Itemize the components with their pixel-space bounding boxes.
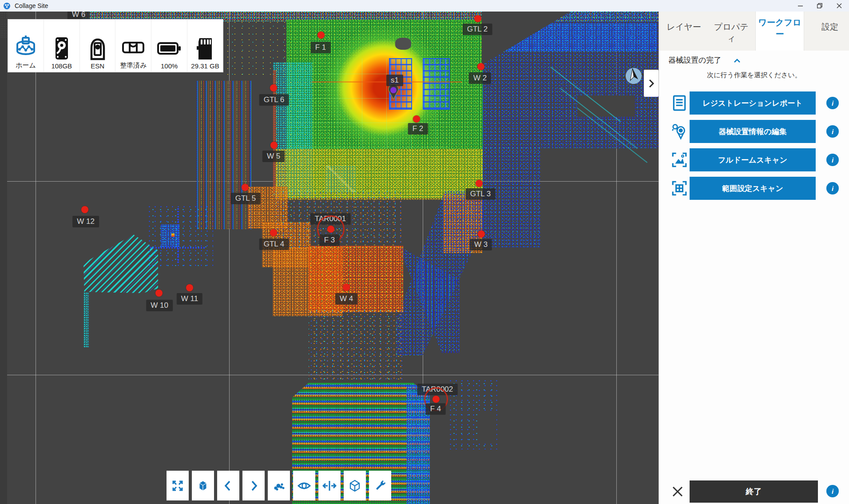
scanner-label[interactable]: s1 — [386, 75, 403, 86]
marker-dot[interactable] — [317, 32, 325, 39]
tab-workflow[interactable]: ワークフロー — [755, 12, 804, 51]
marker-dot[interactable] — [270, 142, 278, 149]
marker-label[interactable]: W 2 — [469, 72, 491, 84]
exit-button[interactable]: 終了 — [690, 480, 818, 503]
next-button[interactable] — [242, 471, 265, 500]
marker-dot[interactable] — [432, 396, 440, 403]
marker-label[interactable]: GTL 5 — [231, 193, 261, 204]
minimize-icon — [798, 4, 803, 8]
full-dome-scan-button[interactable]: フルドームスキャン — [690, 148, 816, 171]
marker-label[interactable]: F 1 — [311, 42, 331, 53]
restore-button[interactable] — [810, 0, 829, 12]
marker-label[interactable]: W 11 — [177, 293, 202, 305]
visibility-button[interactable] — [293, 471, 315, 500]
workflow-section-title: 器械設置の完了 — [668, 55, 721, 65]
tools-button[interactable] — [369, 471, 391, 500]
marker-label[interactable]: GTL 4 — [259, 238, 289, 250]
title-bar: Collage Site — [0, 0, 849, 12]
info-icon[interactable]: i — [826, 125, 839, 138]
marker-label[interactable]: W 4 — [335, 293, 357, 305]
marker-label[interactable]: W 5 — [262, 151, 285, 162]
area-scan-icon — [671, 180, 688, 198]
chevron-right-icon — [648, 78, 655, 89]
info-icon[interactable]: i — [826, 97, 839, 109]
chevron-left-icon — [222, 479, 235, 492]
report-icon — [671, 95, 688, 113]
close-icon — [671, 485, 684, 498]
panel-expand-button[interactable] — [644, 70, 659, 97]
marker-label[interactable]: GTL 3 — [466, 188, 496, 200]
point-cloud-button[interactable] — [268, 471, 290, 500]
side-panel: レイヤー プロパティ ワークフロー 設定 器械設置の完了 次に行う作業を選択くだ… — [659, 12, 849, 504]
marker-dot[interactable] — [327, 226, 334, 233]
action-row: 範囲設定スキャン i — [659, 177, 849, 200]
workflow-instruction: 次に行う作業を選択ください。 — [659, 71, 849, 79]
level-status: 整準済み — [115, 20, 151, 72]
marker-label[interactable]: F 3 — [320, 234, 340, 246]
marker-label[interactable]: W 10 — [146, 300, 173, 311]
marker-dot[interactable] — [413, 115, 420, 123]
marker-dot[interactable] — [81, 206, 88, 213]
marker-label[interactable]: W 12 — [72, 216, 99, 227]
app-logo-icon — [3, 2, 11, 10]
fit-width-button[interactable] — [318, 471, 341, 500]
marker-label[interactable]: W 3 — [470, 239, 492, 250]
expand-view-button[interactable] — [167, 471, 189, 500]
battery-icon — [157, 36, 181, 60]
marker-dot[interactable] — [186, 284, 193, 291]
registration-report-button[interactable]: レジストレーションレポート — [690, 91, 816, 115]
solid-cube-icon — [196, 479, 210, 492]
instrument-status: ESN — [80, 20, 116, 72]
total-station-icon — [86, 36, 110, 60]
minimize-button[interactable] — [790, 0, 810, 12]
marker-dot[interactable] — [155, 290, 163, 297]
info-icon[interactable]: i — [826, 182, 839, 194]
marker-dot[interactable] — [477, 63, 484, 70]
chevron-right-icon — [247, 479, 260, 492]
marker-dot[interactable] — [242, 184, 249, 191]
marker-dot[interactable] — [270, 229, 277, 236]
wireframe-view-button[interactable] — [344, 471, 366, 500]
marker-label[interactable]: GTL 2 — [463, 24, 492, 35]
area-scan-button[interactable]: 範囲設定スキャン — [690, 177, 816, 200]
wrench-icon — [373, 479, 387, 492]
previous-button[interactable] — [217, 471, 239, 500]
split-arrows-icon — [322, 479, 337, 492]
marker-label[interactable]: F 4 — [426, 403, 446, 415]
close-window-button[interactable] — [829, 0, 849, 12]
home-button[interactable]: ホーム — [8, 20, 44, 72]
scanner-home-icon — [14, 36, 38, 60]
close-icon — [837, 3, 842, 8]
exit-row: 終了 i — [659, 480, 849, 504]
marker-dot[interactable] — [343, 284, 350, 291]
restore-icon — [817, 3, 822, 8]
disk-status: 108GB — [44, 20, 80, 72]
compass-icon[interactable] — [624, 66, 643, 87]
solid-view-button[interactable] — [192, 471, 214, 500]
home-label: ホーム — [16, 61, 36, 70]
edit-setup-info-button[interactable]: 器械設置情報の編集 — [690, 120, 816, 143]
expand-icon — [171, 479, 184, 492]
collapse-chevron-icon[interactable] — [734, 57, 741, 65]
application-window: W 6F 1GTL 2W 2GTL 6F 2W 5GTL 5GTL 3W 12T… — [0, 0, 849, 504]
disk-label: 108GB — [51, 62, 72, 70]
full-dome-scan-icon — [671, 151, 688, 170]
marker-dot[interactable] — [474, 15, 481, 22]
marker-dot[interactable] — [478, 230, 485, 238]
marker-label[interactable]: GTL 6 — [259, 94, 289, 106]
storage-label: 29.31 GB — [191, 62, 219, 70]
marker-dot[interactable] — [270, 84, 277, 91]
info-icon[interactable]: i — [826, 154, 839, 166]
point-cloud-world: W 6F 1GTL 2W 2GTL 6F 2W 5GTL 5GTL 3W 12T… — [0, 12, 659, 504]
tab-layers[interactable]: レイヤー — [665, 12, 703, 51]
close-workflow-button[interactable] — [671, 485, 684, 500]
info-icon[interactable]: i — [826, 485, 839, 497]
instrument-pin-icon — [671, 123, 688, 142]
level-label: 整準済み — [120, 61, 147, 70]
tab-properties[interactable]: プロパティ — [710, 12, 753, 51]
marker-label[interactable]: F 2 — [408, 123, 428, 135]
storage-status: 29.31 GB — [187, 20, 223, 72]
tab-settings[interactable]: 設定 — [817, 12, 843, 51]
map-viewport[interactable]: W 6F 1GTL 2W 2GTL 6F 2W 5GTL 5GTL 3W 12T… — [0, 12, 659, 504]
marker-dot[interactable] — [476, 180, 483, 187]
